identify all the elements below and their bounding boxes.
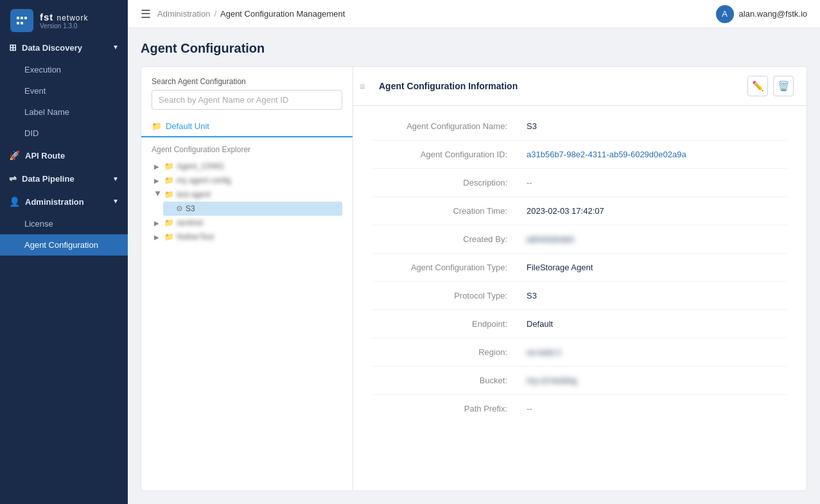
delete-button[interactable]: 🗑️ xyxy=(773,76,794,96)
grid-icon: ⊞ xyxy=(9,42,17,53)
sidebar-item-license[interactable]: License xyxy=(0,213,128,234)
arrow-icon-5: ▶ xyxy=(154,234,162,241)
menu-icon[interactable]: ☰ xyxy=(141,7,151,21)
tree-item-4[interactable]: ▶ 📁 sentinel xyxy=(152,216,342,230)
avatar-letter: A xyxy=(722,9,728,19)
topbar-right: A alan.wang@fstk.io xyxy=(716,5,807,23)
sidebar: fst network Version 1.3.0 ⊞ Data Discove… xyxy=(0,0,128,504)
default-unit-label: Default Unit xyxy=(166,121,209,131)
edit-button[interactable]: ✏️ xyxy=(747,76,768,96)
info-value: -- xyxy=(527,404,787,413)
info-value: us-east-1 xyxy=(527,347,787,357)
sidebar-group-header-administration[interactable]: 👤 Administration ▲ xyxy=(0,190,128,213)
tree-item-label-5: NotherTest xyxy=(177,232,214,241)
sidebar-item-agent-configuration[interactable]: Agent Configuration xyxy=(0,234,128,256)
sidebar-item-event[interactable]: Event xyxy=(0,80,128,101)
tree-item-label-2: my agent config xyxy=(177,176,231,185)
info-body: Agent Configuration Name:S3Agent Configu… xyxy=(353,106,807,429)
right-panel: ≡ Agent Configuration Information ✏️ 🗑️ … xyxy=(353,67,807,491)
list-view-icon[interactable]: ≡ xyxy=(360,81,365,92)
content-area: Search Agent Configuration 📁 Default Uni… xyxy=(141,66,807,491)
page-title: Agent Configuration xyxy=(141,41,807,56)
page-content: Agent Configuration Search Agent Configu… xyxy=(128,28,820,504)
info-value: administrator xyxy=(527,234,787,244)
info-actions: ✏️ 🗑️ xyxy=(747,76,794,96)
info-key: Path Prefix: xyxy=(372,404,514,413)
avatar: A xyxy=(716,5,734,23)
chevron-icon-data-pipeline: ▼ xyxy=(112,175,119,182)
logo-title: fst network xyxy=(40,12,89,22)
logo-version: Version 1.3.0 xyxy=(40,22,89,30)
list-item: ▶ 📁 NotherTest xyxy=(152,230,342,244)
info-key: Bucket: xyxy=(372,376,514,385)
folder-icon-3: 📁 xyxy=(164,190,174,199)
info-value: my-s3-testing xyxy=(527,376,787,385)
info-row: Path Prefix:-- xyxy=(372,395,787,422)
chevron-icon-data-discovery: ▲ xyxy=(112,44,119,51)
info-row: Creation Time:2023-02-03 17:42:07 xyxy=(372,197,787,225)
folder-icon-default: 📁 xyxy=(152,121,162,131)
info-value: 2023-02-03 17:42:07 xyxy=(527,206,787,216)
sidebar-group-api-route: 🚀 API Route xyxy=(0,144,128,167)
sidebar-group-label-administration: Administration xyxy=(25,197,84,207)
tree-item-1[interactable]: ▶ 📁 Agent_12f461 xyxy=(152,159,342,173)
info-key: Protocol Type: xyxy=(372,291,514,300)
tree-item-5[interactable]: ▶ 📁 NotherTest xyxy=(152,230,342,244)
breadcrumb-parent[interactable]: Administration xyxy=(157,9,210,19)
sidebar-group-administration: 👤 Administration ▲ License Agent Configu… xyxy=(0,190,128,256)
tree-item-label-1: Agent_12f461 xyxy=(177,162,225,171)
list-item: ⚙ S3 xyxy=(163,202,342,216)
sidebar-group-label-data-pipeline: Data Pipeline xyxy=(22,174,74,184)
sidebar-item-label-name[interactable]: Label Name xyxy=(0,101,128,123)
explorer-section: Agent Configuration Explorer ▶ 📁 Agent_1… xyxy=(141,137,353,244)
info-key: Created By: xyxy=(372,234,514,244)
logo-area: fst network Version 1.3.0 xyxy=(0,0,128,36)
folder-icon-2: 📁 xyxy=(164,176,174,185)
info-row: Endpoint:Default xyxy=(372,310,787,338)
arrow-icon-4: ▶ xyxy=(154,220,162,227)
list-item: ▶ 📁 sentinel xyxy=(152,216,342,230)
info-value: FileStorage Agent xyxy=(527,263,787,272)
tree-item-2[interactable]: ▶ 📁 my agent config xyxy=(152,173,342,187)
topbar-left: ☰ Administration / Agent Configuration M… xyxy=(141,7,345,21)
sidebar-group-label-data-discovery: Data Discovery xyxy=(22,43,82,53)
tree-item-label-s3: S3 xyxy=(186,204,195,213)
logo-text: fst network Version 1.3.0 xyxy=(40,12,89,30)
default-unit-tab[interactable]: 📁 Default Unit xyxy=(141,117,353,137)
sidebar-group-header-api-route[interactable]: 🚀 API Route xyxy=(0,144,128,167)
info-value: -- xyxy=(527,178,787,187)
list-item: ▶ 📁 my agent config xyxy=(152,173,342,187)
info-row: Agent Configuration Name:S3 xyxy=(372,112,787,141)
info-key: Region: xyxy=(372,347,514,357)
folder-icon-5: 📁 xyxy=(164,232,174,241)
info-key: Agent Configuration Type: xyxy=(372,263,514,272)
sidebar-group-label-api-route: API Route xyxy=(25,151,65,161)
info-row: Agent Configuration ID:a31b56b7-98e2-431… xyxy=(372,141,787,169)
info-row: Created By:administrator xyxy=(372,225,787,254)
breadcrumb: Administration / Agent Configuration Man… xyxy=(157,9,345,19)
list-item: ▶ 📁 test agent ⚙ S3 xyxy=(152,187,342,216)
tree-children-3: ⚙ S3 xyxy=(152,202,342,216)
sidebar-group-data-pipeline: ⇌ Data Pipeline ▼ xyxy=(0,167,128,190)
chevron-icon-administration: ▲ xyxy=(112,198,119,205)
search-input[interactable] xyxy=(152,90,342,110)
sidebar-item-execution[interactable]: Execution xyxy=(0,59,128,80)
user-name: alan.wang@fstk.io xyxy=(739,9,807,19)
tree-item-3-s3[interactable]: ⚙ S3 xyxy=(163,202,342,216)
explorer-label: Agent Configuration Explorer xyxy=(152,145,342,154)
info-key: Agent Configuration Name: xyxy=(372,121,514,131)
search-section: Search Agent Configuration xyxy=(141,77,353,117)
info-row: Bucket:my-s3-testing xyxy=(372,367,787,395)
arrow-icon-2: ▶ xyxy=(154,177,162,184)
left-panel: Search Agent Configuration 📁 Default Uni… xyxy=(141,67,353,491)
search-label: Search Agent Configuration xyxy=(152,77,342,86)
tree-item-3[interactable]: ▶ 📁 test agent xyxy=(152,187,342,202)
logo-icon xyxy=(10,9,33,32)
sidebar-group-header-data-pipeline[interactable]: ⇌ Data Pipeline ▼ xyxy=(0,167,128,190)
sidebar-item-did[interactable]: DID xyxy=(0,123,128,144)
info-row: Region:us-east-1 xyxy=(372,338,787,367)
info-key: Endpoint: xyxy=(372,319,514,329)
sidebar-group-header-data-discovery[interactable]: ⊞ Data Discovery ▲ xyxy=(0,36,128,59)
search-input-wrap xyxy=(152,90,342,110)
topbar: ☰ Administration / Agent Configuration M… xyxy=(128,0,820,28)
